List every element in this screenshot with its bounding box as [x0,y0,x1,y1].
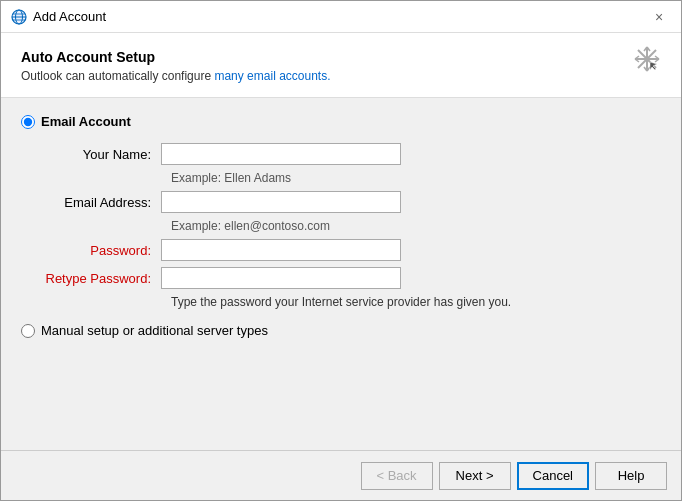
your-name-hint: Example: Ellen Adams [171,171,661,185]
header-text: Auto Account Setup Outlook can automatic… [21,49,331,83]
email-address-input[interactable] [161,191,401,213]
retype-password-input[interactable] [161,267,401,289]
retype-password-label: Retype Password: [41,271,161,286]
add-account-dialog: Add Account × Auto Account Setup Outlook… [0,0,682,501]
header-subtitle: Outlook can automatically configure many… [21,69,331,83]
password-input[interactable] [161,239,401,261]
dialog-title: Add Account [33,9,106,24]
your-name-label: Your Name: [41,147,161,162]
manual-setup-label[interactable]: Manual setup or additional server types [21,323,661,338]
footer: < Back Next > Cancel Help [1,450,681,500]
many-accounts-link[interactable]: many email accounts. [214,69,330,83]
manual-setup-radio-group: Manual setup or additional server types [21,323,661,338]
title-bar: Add Account × [1,1,681,33]
header-section: Auto Account Setup Outlook can automatic… [1,33,681,98]
email-address-hint: Example: ellen@contoso.com [171,219,661,233]
next-button[interactable]: Next > [439,462,511,490]
retype-password-row: Retype Password: [41,267,661,289]
main-section: Email Account Your Name: Example: Ellen … [1,98,681,450]
header-title: Auto Account Setup [21,49,331,65]
title-bar-left: Add Account [11,9,106,25]
globe-icon [11,9,27,25]
svg-marker-17 [650,62,657,70]
help-button[interactable]: Help [595,462,667,490]
back-button[interactable]: < Back [361,462,433,490]
dialog-content: Auto Account Setup Outlook can automatic… [1,33,681,450]
manual-setup-radio[interactable] [21,324,35,338]
snowflake-icon [633,45,661,79]
close-button[interactable]: × [647,5,671,29]
email-address-label: Email Address: [41,195,161,210]
password-label: Password: [41,243,161,258]
form-section: Your Name: Example: Ellen Adams Email Ad… [41,143,661,309]
your-name-input[interactable] [161,143,401,165]
email-account-radio-group: Email Account [21,114,661,129]
password-row: Password: [41,239,661,261]
password-hint: Type the password your Internet service … [171,295,661,309]
email-account-label[interactable]: Email Account [21,114,661,129]
email-account-text: Email Account [41,114,131,129]
your-name-row: Your Name: [41,143,661,165]
manual-setup-text: Manual setup or additional server types [41,323,268,338]
email-account-radio[interactable] [21,115,35,129]
email-address-row: Email Address: [41,191,661,213]
cancel-button[interactable]: Cancel [517,462,589,490]
